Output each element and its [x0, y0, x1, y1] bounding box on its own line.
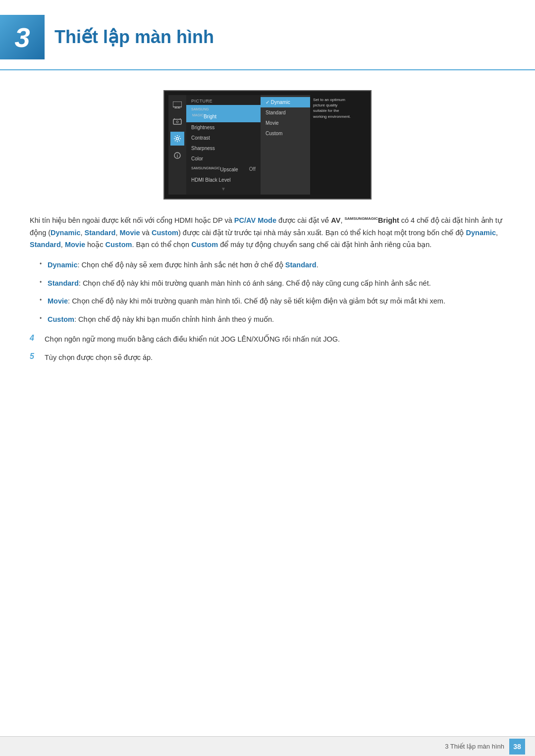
monitor-ui-container: i Picture SAMSUNG MAGICBright Brightness…	[30, 90, 505, 200]
footer-chapter-ref: 3 Thiết lập màn hình	[445, 743, 504, 750]
bullet-item-dynamic: Dynamic: Chọn chế độ này sẽ xem được hìn…	[40, 259, 505, 271]
bullet-item-standard: Standard: Chọn chế độ này khi môi trường…	[40, 277, 505, 290]
chapter-header: 3 Thiết lập màn hình	[0, 0, 535, 70]
submenu-item-dynamic[interactable]: ✓ Dynamic	[261, 97, 310, 107]
bullet-list: Dynamic: Chọn chế độ này sẽ xem được hìn…	[40, 259, 505, 326]
chapter-title: Thiết lập màn hình	[54, 27, 214, 48]
menu-header: Picture	[186, 97, 261, 105]
step-text-5: Tùy chọn được chọn sẽ được áp.	[45, 352, 153, 364]
footer-page-number: 38	[509, 739, 525, 755]
monitor-ui: i Picture SAMSUNG MAGICBright Brightness…	[163, 90, 372, 200]
menu-item-brightness[interactable]: Brightness	[186, 122, 261, 133]
step-4: 4 Chọn ngôn ngữ mong muốn bằng cách điều…	[30, 333, 505, 346]
bullet-item-movie: Movie: Chọn chế độ này khi môi trường qu…	[40, 295, 505, 307]
footer: 3 Thiết lập màn hình 38	[0, 736, 535, 756]
menu-panel: Picture SAMSUNG MAGICBright Brightness C…	[186, 95, 261, 195]
submenu-panel: ✓ Dynamic Standard Movie Custom	[261, 95, 310, 195]
menu-item-sharpness[interactable]: Sharpness	[186, 143, 261, 153]
step-text-4: Chọn ngôn ngữ mong muốn bằng cách điều k…	[45, 333, 340, 346]
svg-rect-0	[173, 101, 182, 107]
monitor-icon-settings	[170, 132, 184, 146]
menu-item-hdmi[interactable]: HDMI Black Level	[186, 175, 261, 185]
chapter-number-box: 3	[0, 15, 45, 59]
chapter-number: 3	[14, 21, 30, 53]
svg-point-5	[176, 121, 178, 123]
step-5: 5 Tùy chọn được chọn sẽ được áp.	[30, 352, 505, 364]
menu-item-magicbright[interactable]: SAMSUNG MAGICBright	[186, 105, 261, 122]
main-content: i Picture SAMSUNG MAGICBright Brightness…	[0, 90, 535, 364]
step-number-4: 4	[30, 334, 45, 343]
monitor-icon-info: i	[170, 149, 184, 162]
bullet-item-custom: Custom: Chọn chế độ này khi bạn muốn chỉ…	[40, 313, 505, 326]
svg-text:i: i	[177, 153, 178, 158]
menu-item-contrast[interactable]: Contrast	[186, 133, 261, 143]
svg-rect-4	[173, 119, 181, 124]
monitor-icon-input	[170, 115, 184, 129]
step-number-5: 5	[30, 352, 45, 361]
submenu-item-standard[interactable]: Standard	[261, 107, 310, 118]
menu-item-color[interactable]: Color	[186, 153, 261, 164]
submenu-item-custom[interactable]: Custom	[261, 128, 310, 139]
svg-point-8	[176, 138, 179, 140]
monitor-icon-display	[170, 98, 184, 112]
submenu-item-movie[interactable]: Movie	[261, 118, 310, 128]
tooltip-panel: Set to an optimum picture quality suitab…	[310, 95, 355, 195]
menu-item-magicupscale[interactable]: SAMSUNGMAGICUpscale Off	[186, 164, 261, 175]
monitor-sidebar: i	[168, 95, 186, 195]
paragraph-1: Khi tín hiệu bên ngoài được kết nối với …	[30, 214, 505, 251]
